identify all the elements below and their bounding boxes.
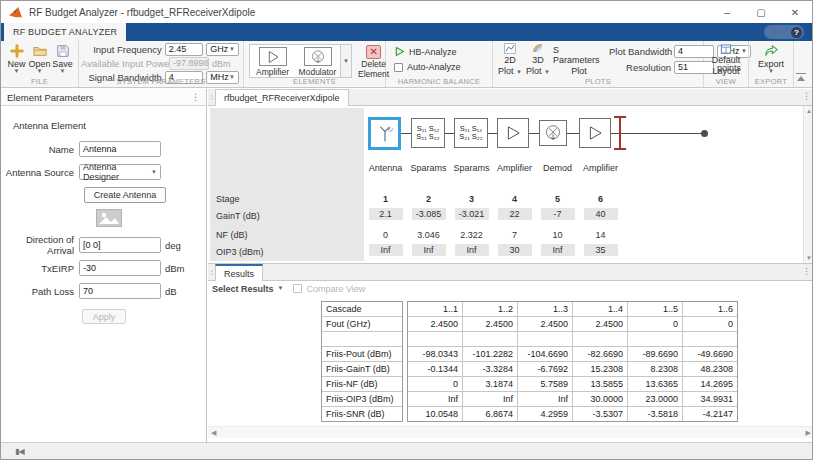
results-cell: -0.1344 <box>408 362 462 376</box>
save-icon <box>55 44 71 58</box>
dock-left-icon[interactable]: ▮◀ <box>15 447 24 456</box>
antenna-source-caret-icon: ▼ <box>151 170 157 175</box>
gaint-field[interactable]: 40 <box>584 208 618 220</box>
results-cell <box>408 332 462 346</box>
minimize-button[interactable]: – <box>710 1 744 23</box>
delete-element-button[interactable]: ✕ Delete Element <box>358 43 389 76</box>
output-node-dot[interactable] <box>701 130 708 137</box>
hb-analyze-button[interactable]: HB-Analyze <box>394 46 492 57</box>
save-button[interactable]: Save ▼ <box>51 44 74 75</box>
auto-analyze-checkbox[interactable]: Auto-Analyze <box>394 62 492 72</box>
path-loss-field[interactable]: 70 <box>79 283 161 299</box>
gaint-row-label: GainT (dB) <box>216 211 260 221</box>
open-caret-icon[interactable]: ▼ <box>37 69 43 74</box>
select-results-dropdown[interactable]: Select Results <box>212 284 274 294</box>
gaint-field[interactable]: 2.1 <box>369 208 403 220</box>
column-header: Amplifier <box>579 163 622 173</box>
name-label: Name <box>1 144 79 155</box>
panel-menu-icon[interactable]: ⋮ <box>191 92 200 102</box>
canvas-menu-icon[interactable]: ⋮ <box>802 91 811 101</box>
results-cell: 4.2959 <box>518 407 572 421</box>
tab-rf-budget-analyzer[interactable]: RF BUDGET ANALYZER <box>4 23 126 41</box>
gallery-dropdown-button[interactable]: ▼ <box>340 45 351 77</box>
canvas-tab-bar: ⁞ rfbudget_RFReceiverXdipole ⋮ <box>208 89 813 106</box>
results-cell: -49.6690 <box>683 347 737 361</box>
scroll-down-icon[interactable]: ▼ <box>806 255 812 261</box>
plot-3d-button[interactable]: 3D Plot ▼ <box>525 43 551 76</box>
apply-button[interactable]: Apply <box>82 309 126 324</box>
tab-rfbudget-document[interactable]: rfbudget_RFReceiverXdipole <box>215 89 349 106</box>
demod-icon <box>543 123 563 143</box>
input-frequency-field[interactable]: 2.45 <box>165 43 203 56</box>
scroll-left-icon[interactable]: ◀ <box>211 429 216 437</box>
block-demod[interactable] <box>539 120 567 146</box>
results-horizontal-scrollbar[interactable]: ◀ ▶ <box>208 426 813 438</box>
panel-drag-handle[interactable]: ⁞ <box>208 264 215 280</box>
nf-value[interactable]: 7 <box>493 230 536 240</box>
modulator-gallery-button[interactable]: Modulator <box>295 45 340 77</box>
compare-view-checkbox[interactable] <box>293 284 302 293</box>
gaint-field[interactable]: 22 <box>498 208 532 220</box>
maximize-button[interactable]: ▢ <box>744 1 778 23</box>
block-amplifier-1[interactable] <box>497 118 529 148</box>
gaint-field[interactable]: -3.021 <box>455 208 489 220</box>
results-row-label: Friis-OIP3 (dBm) <box>322 392 402 406</box>
oip3-field[interactable]: 30 <box>498 244 532 256</box>
matlab-logo-icon <box>8 6 23 19</box>
export-caret-icon[interactable]: ▼ <box>768 69 774 74</box>
oip3-field[interactable]: Inf <box>455 244 489 256</box>
oip3-field[interactable]: 35 <box>584 244 618 256</box>
stage-number: 4 <box>493 194 536 204</box>
block-antenna[interactable] <box>368 117 401 150</box>
txeirp-field[interactable]: -30 <box>79 260 161 276</box>
results-cell: 34.9931 <box>683 392 737 406</box>
input-frequency-unit-select[interactable]: GHz▼ <box>206 43 239 56</box>
block-sparams-1[interactable]: S₁₁ S₁₂S₂₁ S₂₂ <box>411 118 445 148</box>
gaint-field[interactable]: -7 <box>541 208 575 220</box>
direction-of-arrival-field[interactable]: [0 0] <box>79 237 161 253</box>
antenna-source-select[interactable]: Antenna Designer ▼ <box>79 164 161 180</box>
results-cell: 8.2308 <box>628 362 682 376</box>
name-field[interactable]: Antenna <box>79 141 161 157</box>
results-cell: 15.2308 <box>573 362 627 376</box>
help-button[interactable]: ? <box>764 25 804 39</box>
nf-value[interactable]: 10 <box>536 230 579 240</box>
s-parameters-plot-button[interactable]: S Parameters Plot <box>553 43 605 76</box>
oip3-field[interactable]: Inf <box>369 244 403 256</box>
new-caret-icon[interactable]: ▼ <box>14 69 20 74</box>
element-parameters-panel: Element Parameters ⋮ Antenna Element Nam… <box>1 89 207 443</box>
results-cell: 14.2695 <box>683 377 737 391</box>
amplifier-gallery-button[interactable]: Amplifier <box>250 45 295 77</box>
section-view: Default Layout VIEW <box>704 41 749 87</box>
collapse-toolstrip-icon[interactable] <box>796 73 806 81</box>
create-antenna-button[interactable]: Create Antenna <box>84 187 166 203</box>
results-cell <box>573 332 627 346</box>
modulator-icon <box>309 49 327 65</box>
scroll-right-icon[interactable]: ▶ <box>806 429 811 437</box>
nf-value[interactable]: 0 <box>364 230 407 240</box>
scroll-up-icon[interactable]: ▲ <box>806 108 812 114</box>
canvas-vertical-scrollbar[interactable]: ▲ ▼ <box>803 106 813 263</box>
oip3-field[interactable]: Inf <box>541 244 575 256</box>
close-button[interactable]: ✕ <box>778 1 812 23</box>
new-button[interactable]: New ▼ <box>5 44 28 75</box>
nf-value[interactable]: 2.322 <box>450 230 493 240</box>
section-label-plots: PLOTS <box>493 77 703 86</box>
nf-value[interactable]: 3.046 <box>407 230 450 240</box>
block-amplifier-2[interactable] <box>579 118 611 148</box>
results-menu-icon[interactable]: ⋮ <box>802 266 811 276</box>
results-cell: 0 <box>408 377 462 391</box>
gaint-field[interactable]: -3.085 <box>412 208 446 220</box>
nf-value[interactable]: 14 <box>579 230 622 240</box>
default-layout-button[interactable]: Default Layout <box>707 44 745 76</box>
open-button[interactable]: Open ▼ <box>28 44 51 75</box>
plot-2d-button[interactable]: 2D Plot ▼ <box>497 43 523 76</box>
select-results-caret-icon[interactable]: ▼ <box>278 286 284 291</box>
tab-results[interactable]: Results <box>215 264 263 281</box>
budget-canvas-panel: ⁞ rfbudget_RFReceiverXdipole ⋮ S₁₁ S₁₂S₂… <box>208 89 813 263</box>
export-button[interactable]: Export ▼ <box>752 44 790 76</box>
panel-drag-handle[interactable]: ⁞ <box>208 89 215 105</box>
block-sparams-2[interactable]: S₁₁ S₁₂S₂₁ S₂₂ <box>454 118 488 148</box>
oip3-field[interactable]: Inf <box>412 244 446 256</box>
save-caret-icon[interactable]: ▼ <box>60 69 66 74</box>
